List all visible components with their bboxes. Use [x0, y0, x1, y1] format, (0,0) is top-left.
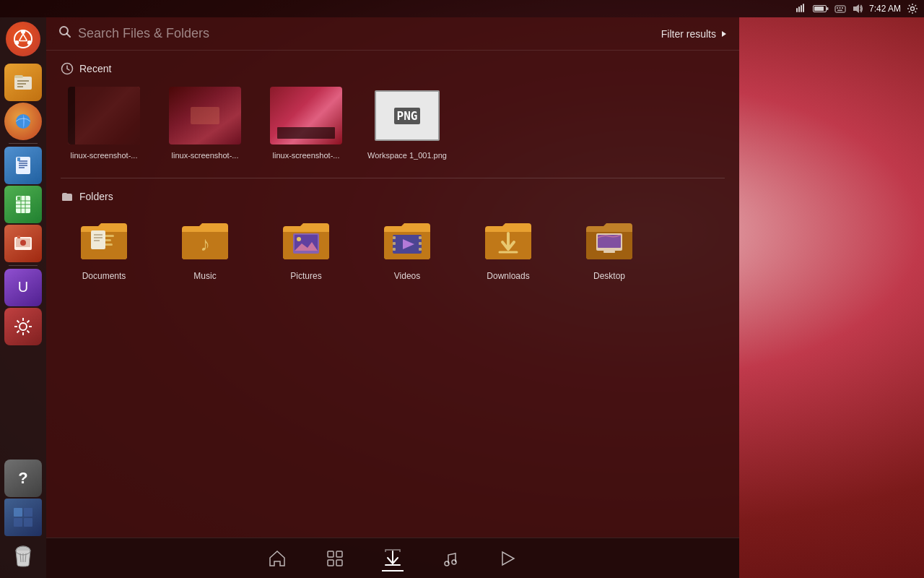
svg-point-30	[20, 240, 26, 246]
svg-rect-7	[835, 6, 845, 12]
unity-tweak-launcher[interactable]: U	[4, 269, 42, 306]
svg-point-17	[14, 40, 19, 45]
svg-rect-10	[842, 7, 843, 9]
svg-rect-21	[14, 77, 32, 90]
system-tools-launcher[interactable]	[4, 308, 42, 345]
svg-rect-2	[801, 5, 802, 12]
svg-line-41	[67, 34, 71, 38]
recent-file-1[interactable]: linux-screenshot-...	[61, 87, 147, 160]
file-thumb-1	[68, 87, 140, 144]
top-bar: 7:42 AM	[0, 0, 924, 17]
files-nav-item[interactable]	[381, 547, 404, 570]
folder-pictures-icon	[277, 215, 335, 265]
svg-rect-58	[419, 242, 422, 245]
svg-rect-63	[603, 251, 615, 253]
recent-file-2[interactable]: linux-screenshot-...	[162, 87, 248, 160]
home-nav-item[interactable]	[266, 547, 289, 570]
svg-rect-1	[798, 7, 800, 12]
video-nav-item[interactable]	[497, 547, 520, 570]
svg-point-15	[21, 30, 25, 34]
network-indicator[interactable]	[796, 3, 807, 14]
file-thumb-2	[169, 87, 241, 144]
file-thumb-3	[270, 87, 342, 144]
svg-rect-9	[839, 7, 840, 9]
recent-section-header: Recent	[61, 62, 725, 75]
recent-file-3[interactable]: linux-screenshot-...	[263, 87, 349, 160]
recent-file-workspace-png[interactable]: PNG Workspace 1_001.png	[364, 87, 450, 160]
volume-indicator[interactable]	[852, 3, 863, 14]
folder-downloads[interactable]: Downloads	[465, 215, 552, 281]
libreoffice-impress-launcher[interactable]	[4, 225, 42, 262]
svg-rect-31	[17, 236, 20, 238]
bottom-nav	[46, 538, 739, 578]
svg-rect-3	[803, 4, 804, 12]
svg-marker-12	[853, 4, 859, 13]
svg-rect-8	[837, 7, 838, 9]
svg-rect-56	[393, 248, 396, 251]
svg-line-18	[23, 34, 27, 41]
folder-videos-icon	[378, 215, 436, 265]
dash-content: Recent linux-screenshot-...	[46, 51, 739, 538]
launcher-sep-2	[9, 265, 38, 266]
folder-videos[interactable]: Videos	[364, 215, 450, 281]
svg-rect-5	[814, 7, 824, 11]
svg-rect-65	[336, 551, 342, 557]
keyboard-indicator[interactable]	[834, 3, 846, 14]
svg-rect-57	[419, 236, 422, 239]
svg-rect-25	[17, 158, 20, 161]
search-bar: Filter results	[46, 17, 739, 51]
svg-point-13	[911, 7, 915, 11]
svg-rect-0	[796, 8, 798, 12]
folders-section-header: Folders	[61, 190, 725, 203]
clock-icon	[61, 62, 74, 75]
search-icon	[58, 25, 72, 43]
workspace-launcher[interactable]	[4, 499, 42, 536]
battery-indicator[interactable]	[813, 4, 829, 13]
folder-desktop[interactable]: Desktop	[566, 215, 653, 281]
music-nav-item[interactable]	[439, 547, 462, 570]
filter-results-button[interactable]: Filter results	[661, 28, 728, 40]
folders-grid: Documents ♪ Music	[61, 215, 725, 281]
folder-pictures[interactable]: Pictures	[263, 215, 349, 281]
svg-rect-66	[328, 560, 334, 566]
folder-documents[interactable]: Documents	[61, 215, 147, 281]
svg-rect-35	[24, 508, 32, 517]
svg-text:U: U	[18, 279, 28, 295]
svg-rect-64	[328, 551, 334, 557]
svg-rect-67	[336, 560, 342, 566]
firefox-launcher-item[interactable]	[4, 103, 42, 140]
folder-downloads-icon	[479, 215, 537, 265]
files-launcher-item[interactable]	[4, 64, 42, 101]
system-settings[interactable]	[907, 3, 918, 14]
folder-desktop-icon	[580, 215, 638, 265]
folder-music[interactable]: ♪ Music	[162, 215, 248, 281]
libreoffice-calc-launcher[interactable]	[4, 186, 42, 223]
svg-point-51	[297, 237, 301, 241]
folder-section-icon	[61, 190, 74, 203]
svg-rect-36	[14, 518, 22, 527]
svg-point-33	[19, 323, 27, 330]
svg-text:♪: ♪	[200, 233, 210, 255]
time-display[interactable]: 7:42 AM	[869, 4, 901, 14]
svg-rect-34	[14, 508, 22, 517]
svg-rect-55	[393, 242, 396, 245]
sections-divider	[61, 178, 725, 178]
folder-music-icon: ♪	[176, 215, 234, 265]
trash-launcher[interactable]	[4, 538, 42, 575]
apps-nav-item[interactable]	[323, 547, 346, 570]
svg-rect-47	[91, 230, 105, 249]
file-thumb-png: PNG	[371, 87, 443, 144]
ubuntu-button[interactable]	[4, 20, 42, 58]
svg-marker-42	[722, 31, 726, 37]
unity-launcher: U ?	[0, 17, 46, 578]
svg-rect-37	[24, 518, 32, 527]
search-input[interactable]	[78, 26, 655, 41]
svg-rect-54	[393, 236, 396, 239]
help-launcher[interactable]: ?	[4, 460, 42, 497]
svg-marker-71	[502, 552, 514, 565]
svg-line-19	[19, 34, 24, 41]
recent-files-grid: linux-screenshot-... linux-screenshot-..…	[61, 87, 725, 160]
dash-overlay: Filter results Recent	[46, 17, 739, 578]
svg-rect-59	[419, 248, 422, 251]
libreoffice-writer-launcher[interactable]	[4, 147, 42, 184]
